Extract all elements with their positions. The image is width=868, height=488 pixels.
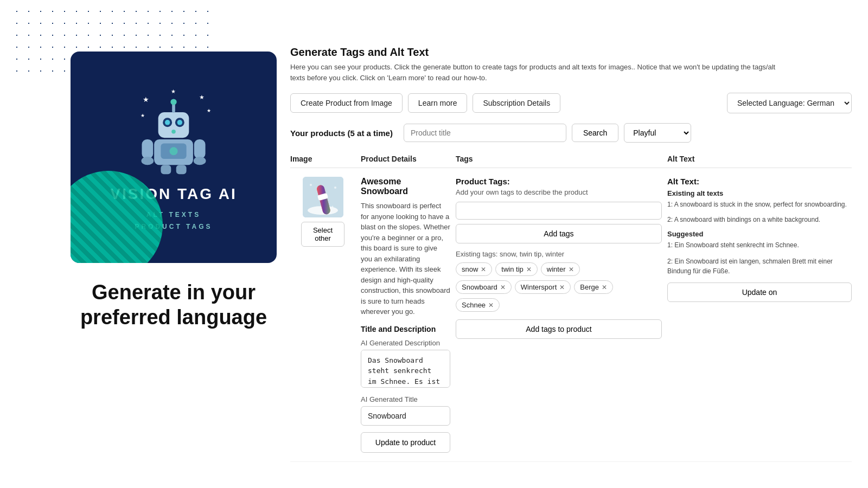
product-details-cell: Awesome Snowboard This snowboard is perf…	[361, 177, 450, 453]
ai-desc-label: AI Generated Description	[361, 339, 450, 347]
suggested-alt-title: Suggested	[667, 230, 852, 238]
create-product-button[interactable]: Create Product from Image	[290, 93, 403, 113]
col-header-image: Image	[290, 155, 355, 163]
col-header-alt-text: Alt Text	[667, 155, 852, 163]
product-image-cell: Select other	[290, 177, 355, 247]
alt-text-cell: Alt Text: Existing alt texts 1: A snowbo…	[667, 177, 852, 302]
existing-alt-text-2: 2: A snowboard with bindings on a white …	[667, 215, 852, 224]
main-content: Generate Tags and Alt Text Here you can …	[290, 46, 868, 462]
svg-rect-21	[176, 165, 187, 175]
tag-chip-wintersport: Wintersport ✕	[515, 280, 571, 294]
add-tags-button[interactable]: Add tags	[456, 224, 662, 243]
product-tags-title: Product Tags:	[456, 177, 662, 186]
suggested-alt-1: 1: Ein Snowboard steht senkrecht im Schn…	[667, 240, 852, 250]
svg-text:★: ★	[143, 95, 149, 104]
svg-text:★: ★	[199, 94, 205, 101]
select-other-button[interactable]: Select other	[301, 222, 344, 247]
tag-close-snow[interactable]: ✕	[481, 266, 486, 273]
left-panel: ★ ★ ★ ★ ★	[71, 52, 277, 330]
title-and-desc-label: Title and Description	[361, 325, 450, 333]
tag-chip-schnee: Schnee ✕	[456, 298, 500, 312]
tag-input-field[interactable]	[456, 202, 662, 220]
page-title: Generate Tags and Alt Text	[290, 46, 852, 59]
product-description: This snowboard is perfect for anyone loo…	[361, 201, 450, 317]
svg-text:★: ★	[141, 113, 145, 119]
col-header-product-details: Product Details	[361, 155, 450, 163]
svg-point-12	[171, 130, 176, 134]
ai-description-textarea[interactable]: Das Snowboard steht senkrecht im Schnee.…	[361, 350, 450, 388]
svg-text:★: ★	[207, 107, 211, 113]
tag-chip-winter: winter ✕	[541, 262, 580, 276]
table-header: Image Product Details Tags Alt Text	[290, 150, 852, 168]
tag-close-wintersport[interactable]: ✕	[559, 284, 565, 291]
logo-box: ★ ★ ★ ★ ★	[71, 52, 277, 263]
alt-text-title: Alt Text:	[667, 177, 852, 186]
tags-row-1: snow ✕ twin tip ✕ winter ✕	[456, 262, 662, 276]
existing-tags-label: Existing tags: snow, twin tip, winter	[456, 250, 662, 258]
top-buttons-bar: Create Product from Image Learn more Sub…	[290, 93, 852, 113]
tags-cell: Product Tags: Add your own tags to descr…	[456, 177, 662, 339]
tag-close-winter[interactable]: ✕	[569, 266, 574, 273]
update-on-button[interactable]: Update on	[667, 282, 852, 302]
tag-close-berge[interactable]: ✕	[602, 284, 607, 291]
products-label: Your products (5 at a time)	[290, 129, 393, 138]
search-button[interactable]: Search	[572, 124, 618, 142]
tag-close-schnee[interactable]: ✕	[488, 301, 494, 309]
language-select[interactable]: Selected Language: German Selected Langu…	[727, 93, 852, 113]
existing-alt-text-1: 1: A snowboard is stuck in the snow, per…	[667, 200, 852, 209]
svg-rect-16	[142, 139, 153, 159]
tags-row-3: Schnee ✕	[456, 298, 662, 312]
product-image	[303, 177, 343, 217]
tagline: Generate in your preferred language	[71, 280, 277, 330]
suggested-alt-2: 2: Ein Snowboard ist ein langen, schmale…	[667, 256, 852, 276]
svg-point-7	[170, 99, 176, 105]
svg-point-29	[331, 206, 333, 208]
existing-alt-texts-label: Existing alt texts	[667, 189, 852, 197]
svg-point-18	[142, 157, 154, 165]
svg-rect-5	[158, 112, 189, 138]
tag-chip-berge: Berge ✕	[574, 280, 613, 294]
tags-row-2: Snowboard ✕ Wintersport ✕ Berge ✕	[456, 280, 662, 294]
svg-point-19	[194, 157, 206, 165]
ai-title-input[interactable]	[361, 406, 450, 426]
subscription-details-button[interactable]: Subscription Details	[473, 93, 560, 113]
add-tags-to-product-button[interactable]: Add tags to product	[456, 319, 662, 339]
ai-title-label: AI Generated Title	[361, 395, 450, 403]
product-tags-subtitle: Add your own tags to describe the produc…	[456, 188, 662, 196]
tag-chip-snow: snow ✕	[456, 262, 492, 276]
svg-point-10	[165, 120, 170, 125]
svg-point-27	[310, 184, 312, 186]
tag-chip-twintip: twin tip ✕	[495, 262, 537, 276]
col-header-tags: Tags	[456, 155, 662, 163]
svg-point-11	[177, 120, 182, 125]
tag-close-snowboard[interactable]: ✕	[500, 284, 506, 291]
learn-more-button[interactable]: Learn more	[408, 93, 468, 113]
svg-text:★: ★	[171, 88, 176, 94]
product-title-input[interactable]	[404, 124, 566, 142]
svg-rect-17	[194, 139, 206, 159]
svg-point-28	[334, 187, 336, 189]
style-select[interactable]: Playful Professional Casual	[624, 123, 691, 143]
update-to-product-button[interactable]: Update to product	[361, 432, 450, 453]
page-description: Here you can see your products. Click th…	[290, 62, 778, 83]
svg-point-15	[169, 147, 177, 156]
product-name: Awesome Snowboard	[361, 177, 450, 196]
tag-chip-snowboard: Snowboard ✕	[456, 280, 512, 294]
products-bar: Your products (5 at a time) Search Playf…	[290, 123, 852, 143]
svg-rect-20	[161, 165, 171, 175]
robot-illustration: ★ ★ ★ ★ ★	[125, 81, 222, 179]
tag-close-twintip[interactable]: ✕	[526, 266, 532, 273]
table-row: Select other Awesome Snowboard This snow…	[290, 168, 852, 462]
